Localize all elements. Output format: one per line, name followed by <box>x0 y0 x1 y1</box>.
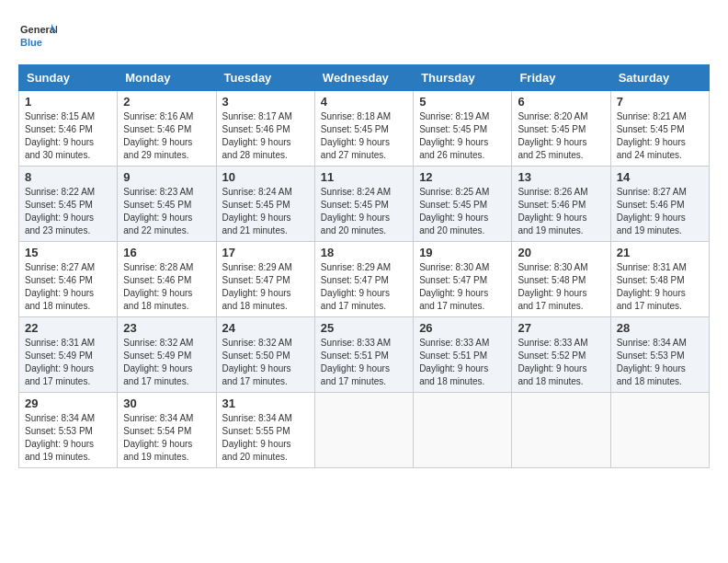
calendar-header-saturday: Saturday <box>610 65 709 91</box>
day-number: 15 <box>25 246 111 259</box>
day-number: 21 <box>617 246 703 259</box>
day-number: 8 <box>25 170 111 184</box>
day-info: Sunrise: 8:26 AMSunset: 5:46 PMDaylight:… <box>518 187 587 236</box>
calendar-cell: 31Sunrise: 8:34 AMSunset: 5:55 PMDayligh… <box>216 393 314 468</box>
day-number: 13 <box>518 170 604 184</box>
day-number: 24 <box>222 321 309 335</box>
day-info: Sunrise: 8:23 AMSunset: 5:45 PMDaylight:… <box>123 187 193 236</box>
calendar-header-wednesday: Wednesday <box>314 65 413 91</box>
calendar-cell: 14Sunrise: 8:27 AMSunset: 5:46 PMDayligh… <box>610 167 709 242</box>
day-number: 29 <box>25 396 111 410</box>
day-number: 7 <box>617 95 703 109</box>
calendar-week-row: 1Sunrise: 8:15 AMSunset: 5:46 PMDaylight… <box>19 91 710 167</box>
calendar-week-row: 8Sunrise: 8:22 AMSunset: 5:45 PMDaylight… <box>19 167 710 242</box>
day-number: 6 <box>518 95 604 109</box>
calendar-cell: 9Sunrise: 8:23 AMSunset: 5:45 PMDaylight… <box>118 167 216 242</box>
day-info: Sunrise: 8:24 AMSunset: 5:45 PMDaylight:… <box>321 187 391 236</box>
calendar-header-monday: Monday <box>118 65 216 91</box>
day-info: Sunrise: 8:32 AMSunset: 5:49 PMDaylight:… <box>123 338 193 386</box>
day-number: 4 <box>321 95 407 109</box>
calendar-cell: 20Sunrise: 8:30 AMSunset: 5:48 PMDayligh… <box>512 242 610 317</box>
calendar-header-friday: Friday <box>512 65 610 91</box>
calendar-cell: 22Sunrise: 8:31 AMSunset: 5:49 PMDayligh… <box>19 317 118 393</box>
calendar-cell: 19Sunrise: 8:30 AMSunset: 5:47 PMDayligh… <box>414 242 512 317</box>
day-info: Sunrise: 8:27 AMSunset: 5:46 PMDaylight:… <box>617 187 687 236</box>
day-info: Sunrise: 8:25 AMSunset: 5:45 PMDaylight:… <box>419 187 489 236</box>
logo: General Blue <box>18 18 57 57</box>
day-info: Sunrise: 8:33 AMSunset: 5:51 PMDaylight:… <box>321 338 391 386</box>
day-number: 16 <box>123 246 210 259</box>
calendar-cell: 30Sunrise: 8:34 AMSunset: 5:54 PMDayligh… <box>118 393 216 468</box>
day-number: 5 <box>419 95 506 109</box>
calendar-cell: 3Sunrise: 8:17 AMSunset: 5:46 PMDaylight… <box>216 91 314 167</box>
day-info: Sunrise: 8:32 AMSunset: 5:50 PMDaylight:… <box>222 338 292 386</box>
calendar-header-row: SundayMondayTuesdayWednesdayThursdayFrid… <box>19 65 710 91</box>
calendar-cell <box>414 393 512 468</box>
day-number: 18 <box>321 246 407 259</box>
calendar-cell: 7Sunrise: 8:21 AMSunset: 5:45 PMDaylight… <box>610 91 709 167</box>
header: General Blue <box>18 18 710 57</box>
calendar-cell: 21Sunrise: 8:31 AMSunset: 5:48 PMDayligh… <box>610 242 709 317</box>
day-number: 26 <box>419 321 506 335</box>
day-info: Sunrise: 8:16 AMSunset: 5:46 PMDaylight:… <box>123 111 193 160</box>
calendar-cell: 16Sunrise: 8:28 AMSunset: 5:46 PMDayligh… <box>118 242 216 317</box>
day-info: Sunrise: 8:19 AMSunset: 5:45 PMDaylight:… <box>419 111 489 160</box>
day-number: 1 <box>25 95 111 109</box>
day-info: Sunrise: 8:30 AMSunset: 5:47 PMDaylight:… <box>419 262 489 311</box>
calendar-cell <box>314 393 413 468</box>
calendar-cell <box>512 393 610 468</box>
day-info: Sunrise: 8:34 AMSunset: 5:55 PMDaylight:… <box>222 413 292 462</box>
day-info: Sunrise: 8:34 AMSunset: 5:53 PMDaylight:… <box>25 413 95 462</box>
calendar-cell: 4Sunrise: 8:18 AMSunset: 5:45 PMDaylight… <box>314 91 413 167</box>
day-number: 22 <box>25 321 111 335</box>
calendar-cell: 2Sunrise: 8:16 AMSunset: 5:46 PMDaylight… <box>118 91 216 167</box>
calendar-cell: 10Sunrise: 8:24 AMSunset: 5:45 PMDayligh… <box>216 167 314 242</box>
day-number: 30 <box>123 396 210 410</box>
calendar-cell: 25Sunrise: 8:33 AMSunset: 5:51 PMDayligh… <box>314 317 413 393</box>
day-info: Sunrise: 8:30 AMSunset: 5:48 PMDaylight:… <box>518 262 587 311</box>
day-number: 28 <box>617 321 703 335</box>
day-number: 25 <box>321 321 407 335</box>
calendar-cell: 18Sunrise: 8:29 AMSunset: 5:47 PMDayligh… <box>314 242 413 317</box>
day-info: Sunrise: 8:20 AMSunset: 5:45 PMDaylight:… <box>518 111 587 160</box>
day-number: 12 <box>419 170 506 184</box>
calendar-cell: 17Sunrise: 8:29 AMSunset: 5:47 PMDayligh… <box>216 242 314 317</box>
day-number: 27 <box>518 321 604 335</box>
calendar-cell: 1Sunrise: 8:15 AMSunset: 5:46 PMDaylight… <box>19 91 118 167</box>
day-number: 2 <box>123 95 210 109</box>
calendar-cell: 26Sunrise: 8:33 AMSunset: 5:51 PMDayligh… <box>414 317 512 393</box>
calendar-table: SundayMondayTuesdayWednesdayThursdayFrid… <box>18 64 710 468</box>
calendar-cell: 11Sunrise: 8:24 AMSunset: 5:45 PMDayligh… <box>314 167 413 242</box>
calendar-cell: 28Sunrise: 8:34 AMSunset: 5:53 PMDayligh… <box>610 317 709 393</box>
day-info: Sunrise: 8:24 AMSunset: 5:45 PMDaylight:… <box>222 187 292 236</box>
calendar-week-row: 29Sunrise: 8:34 AMSunset: 5:53 PMDayligh… <box>19 393 710 468</box>
day-info: Sunrise: 8:29 AMSunset: 5:47 PMDaylight:… <box>222 262 292 311</box>
day-number: 14 <box>617 170 703 184</box>
calendar-cell: 13Sunrise: 8:26 AMSunset: 5:46 PMDayligh… <box>512 167 610 242</box>
calendar-cell: 6Sunrise: 8:20 AMSunset: 5:45 PMDaylight… <box>512 91 610 167</box>
calendar-cell: 12Sunrise: 8:25 AMSunset: 5:45 PMDayligh… <box>414 167 512 242</box>
day-info: Sunrise: 8:21 AMSunset: 5:45 PMDaylight:… <box>617 111 687 160</box>
svg-text:Blue: Blue <box>20 37 42 48</box>
day-info: Sunrise: 8:34 AMSunset: 5:53 PMDaylight:… <box>617 338 687 386</box>
day-info: Sunrise: 8:15 AMSunset: 5:46 PMDaylight:… <box>25 111 95 160</box>
calendar-cell: 29Sunrise: 8:34 AMSunset: 5:53 PMDayligh… <box>19 393 118 468</box>
day-number: 11 <box>321 170 407 184</box>
calendar-header-thursday: Thursday <box>414 65 512 91</box>
day-info: Sunrise: 8:29 AMSunset: 5:47 PMDaylight:… <box>321 262 391 311</box>
day-info: Sunrise: 8:31 AMSunset: 5:48 PMDaylight:… <box>617 262 687 311</box>
day-info: Sunrise: 8:27 AMSunset: 5:46 PMDaylight:… <box>25 262 95 311</box>
calendar-week-row: 22Sunrise: 8:31 AMSunset: 5:49 PMDayligh… <box>19 317 710 393</box>
calendar-cell: 8Sunrise: 8:22 AMSunset: 5:45 PMDaylight… <box>19 167 118 242</box>
day-number: 10 <box>222 170 309 184</box>
day-number: 9 <box>123 170 210 184</box>
calendar-cell: 15Sunrise: 8:27 AMSunset: 5:46 PMDayligh… <box>19 242 118 317</box>
day-number: 17 <box>222 246 309 259</box>
calendar-cell: 27Sunrise: 8:33 AMSunset: 5:52 PMDayligh… <box>512 317 610 393</box>
day-number: 3 <box>222 95 309 109</box>
calendar-week-row: 15Sunrise: 8:27 AMSunset: 5:46 PMDayligh… <box>19 242 710 317</box>
calendar-cell: 5Sunrise: 8:19 AMSunset: 5:45 PMDaylight… <box>414 91 512 167</box>
day-info: Sunrise: 8:17 AMSunset: 5:46 PMDaylight:… <box>222 111 292 160</box>
calendar-cell: 23Sunrise: 8:32 AMSunset: 5:49 PMDayligh… <box>118 317 216 393</box>
logo-svg: General Blue <box>18 18 57 57</box>
